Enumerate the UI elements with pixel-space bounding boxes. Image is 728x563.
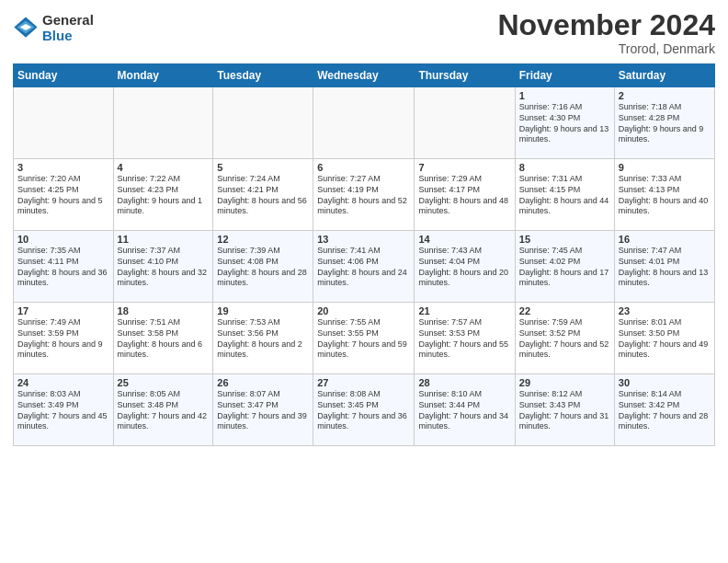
day-info: Daylight: 8 hours and 52 minutes. [317, 196, 410, 217]
day-info: Daylight: 9 hours and 1 minute. [118, 196, 210, 217]
day-info: Sunrise: 7:24 AM [217, 174, 309, 185]
day-info: Sunrise: 7:45 AM [519, 246, 610, 257]
day-number: 23 [619, 305, 711, 316]
day-info: Daylight: 8 hours and 13 minutes. [619, 268, 711, 289]
calendar-cell-3-0: 17Sunrise: 7:49 AMSunset: 3:59 PMDayligh… [14, 303, 114, 374]
day-info: Sunset: 3:52 PM [519, 328, 610, 339]
day-info: Daylight: 7 hours and 39 minutes. [217, 411, 309, 432]
day-number: 13 [317, 234, 410, 245]
day-number: 6 [317, 162, 410, 173]
calendar-cell-3-3: 20Sunrise: 7:55 AMSunset: 3:55 PMDayligh… [313, 303, 415, 374]
day-info: Sunrise: 8:07 AM [217, 389, 309, 400]
day-info: Sunset: 4:06 PM [317, 257, 410, 268]
day-number: 22 [519, 305, 610, 316]
day-info: Sunrise: 8:01 AM [619, 317, 711, 328]
day-number: 16 [619, 234, 711, 245]
day-info: Daylight: 8 hours and 6 minutes. [118, 339, 210, 361]
day-info: Daylight: 7 hours and 28 minutes. [619, 411, 711, 432]
day-number: 9 [619, 162, 711, 173]
day-number: 11 [118, 234, 210, 245]
calendar-cell-0-2 [213, 87, 313, 159]
day-info: Daylight: 8 hours and 20 minutes. [418, 268, 510, 289]
logo: General Blue [13, 13, 94, 43]
day-info: Sunrise: 7:53 AM [217, 317, 309, 328]
day-info: Daylight: 8 hours and 2 minutes. [217, 339, 309, 361]
day-info: Daylight: 8 hours and 32 minutes. [118, 268, 210, 289]
day-number: 1 [519, 90, 610, 101]
header: General Blue November 2024 Trorod, Denma… [13, 9, 715, 56]
calendar-cell-4-3: 27Sunrise: 8:08 AMSunset: 3:45 PMDayligh… [313, 374, 415, 446]
month-title: November 2024 [497, 9, 715, 41]
day-info: Sunrise: 8:10 AM [418, 389, 510, 400]
logo-general: General [42, 13, 94, 29]
day-number: 15 [519, 234, 610, 245]
day-info: Sunrise: 7:35 AM [17, 246, 109, 257]
day-info: Sunrise: 8:14 AM [619, 389, 711, 400]
day-info: Sunset: 4:28 PM [619, 113, 711, 124]
day-info: Sunset: 4:04 PM [418, 257, 510, 268]
header-wednesday: Wednesday [313, 64, 415, 87]
calendar-cell-4-6: 30Sunrise: 8:14 AMSunset: 3:42 PMDayligh… [614, 374, 714, 446]
day-number: 21 [418, 305, 510, 316]
day-number: 26 [217, 377, 309, 388]
day-info: Sunset: 3:55 PM [317, 328, 410, 339]
day-info: Daylight: 9 hours and 9 minutes. [619, 124, 711, 145]
day-number: 10 [17, 234, 109, 245]
day-number: 25 [118, 377, 210, 388]
day-info: Sunrise: 7:43 AM [418, 246, 510, 257]
day-info: Sunset: 3:58 PM [118, 328, 210, 339]
day-info: Sunset: 4:13 PM [619, 185, 711, 196]
day-info: Sunset: 4:19 PM [317, 185, 410, 196]
day-number: 27 [317, 377, 410, 388]
day-info: Daylight: 7 hours and 34 minutes. [418, 411, 510, 432]
day-number: 8 [519, 162, 610, 173]
location: Trorod, Denmark [497, 41, 715, 56]
calendar-cell-2-1: 11Sunrise: 7:37 AMSunset: 4:10 PMDayligh… [113, 231, 213, 303]
day-info: Sunrise: 7:55 AM [317, 317, 410, 328]
day-info: Sunrise: 7:41 AM [317, 246, 410, 257]
title-block: November 2024 Trorod, Denmark [497, 9, 715, 56]
week-row-2: 10Sunrise: 7:35 AMSunset: 4:11 PMDayligh… [14, 231, 715, 303]
day-info: Sunset: 4:08 PM [217, 257, 309, 268]
day-info: Daylight: 8 hours and 24 minutes. [317, 268, 410, 289]
day-info: Sunrise: 7:39 AM [217, 246, 309, 257]
calendar-cell-4-5: 29Sunrise: 8:12 AMSunset: 3:43 PMDayligh… [515, 374, 614, 446]
calendar-cell-1-2: 5Sunrise: 7:24 AMSunset: 4:21 PMDaylight… [213, 159, 313, 231]
day-info: Sunset: 3:49 PM [17, 400, 109, 411]
day-info: Sunrise: 8:12 AM [519, 389, 610, 400]
day-info: Daylight: 8 hours and 40 minutes. [619, 196, 711, 217]
day-info: Sunrise: 7:33 AM [619, 174, 711, 185]
day-info: Sunset: 3:42 PM [619, 400, 711, 411]
calendar-cell-0-5: 1Sunrise: 7:16 AMSunset: 4:30 PMDaylight… [515, 87, 614, 159]
day-info: Sunset: 3:43 PM [519, 400, 610, 411]
logo-icon [13, 16, 39, 41]
week-row-4: 24Sunrise: 8:03 AMSunset: 3:49 PMDayligh… [14, 374, 715, 446]
day-info: Sunset: 3:59 PM [17, 328, 109, 339]
calendar-header-row: Sunday Monday Tuesday Wednesday Thursday… [14, 64, 715, 87]
day-info: Sunset: 4:01 PM [619, 257, 711, 268]
day-info: Sunrise: 7:16 AM [519, 102, 610, 113]
calendar-cell-0-3 [313, 87, 415, 159]
day-number: 24 [17, 377, 109, 388]
calendar-cell-3-6: 23Sunrise: 8:01 AMSunset: 3:50 PMDayligh… [614, 303, 714, 374]
day-info: Sunrise: 7:22 AM [118, 174, 210, 185]
week-row-1: 3Sunrise: 7:20 AMSunset: 4:25 PMDaylight… [14, 159, 715, 231]
day-info: Daylight: 8 hours and 56 minutes. [217, 196, 309, 217]
calendar-cell-1-0: 3Sunrise: 7:20 AMSunset: 4:25 PMDaylight… [14, 159, 114, 231]
day-info: Daylight: 7 hours and 52 minutes. [519, 339, 610, 361]
day-info: Daylight: 7 hours and 31 minutes. [519, 411, 610, 432]
calendar-cell-1-6: 9Sunrise: 7:33 AMSunset: 4:13 PMDaylight… [614, 159, 714, 231]
week-row-0: 1Sunrise: 7:16 AMSunset: 4:30 PMDaylight… [14, 87, 715, 159]
calendar: Sunday Monday Tuesday Wednesday Thursday… [13, 63, 715, 446]
calendar-cell-1-3: 6Sunrise: 7:27 AMSunset: 4:19 PMDaylight… [313, 159, 415, 231]
header-sunday: Sunday [14, 64, 114, 87]
day-info: Sunset: 4:21 PM [217, 185, 309, 196]
calendar-cell-1-4: 7Sunrise: 7:29 AMSunset: 4:17 PMDaylight… [415, 159, 515, 231]
day-info: Daylight: 8 hours and 36 minutes. [17, 268, 109, 289]
calendar-cell-0-1 [113, 87, 213, 159]
day-info: Daylight: 7 hours and 45 minutes. [17, 411, 109, 432]
day-info: Daylight: 7 hours and 59 minutes. [317, 339, 410, 361]
day-info: Daylight: 8 hours and 28 minutes. [217, 268, 309, 289]
day-info: Daylight: 7 hours and 55 minutes. [418, 339, 510, 361]
day-number: 7 [418, 162, 510, 173]
